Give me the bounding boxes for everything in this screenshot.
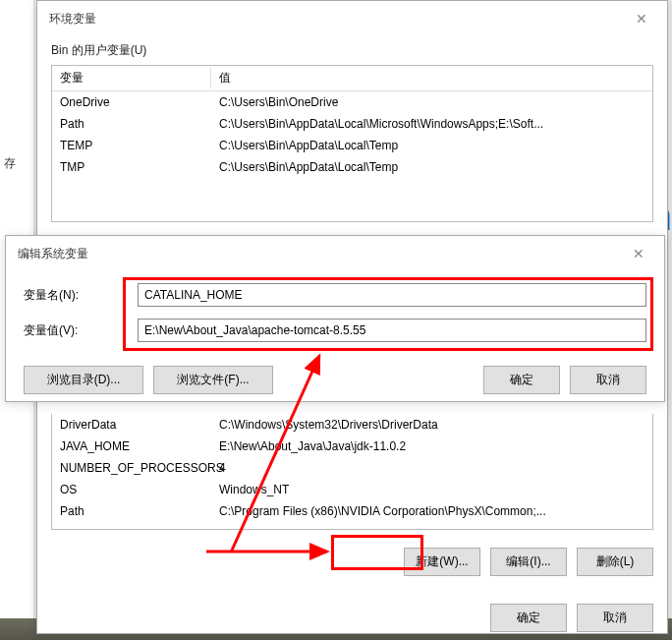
- table-row[interactable]: PathC:\Users\Bin\AppData\Local\Microsoft…: [52, 113, 652, 135]
- cell-val: C:\Windows\System32\Drivers\DriverData: [211, 414, 652, 436]
- ok-button[interactable]: 确定: [490, 604, 567, 632]
- cell-val: C:\Users\Bin\OneDrive: [211, 91, 652, 113]
- cell-var: DriverData: [52, 414, 211, 436]
- cell-val: C:\Users\Bin\AppData\Local\Temp: [211, 135, 652, 156]
- cell-var: OS: [52, 479, 211, 500]
- delete-button[interactable]: 删除(L): [577, 548, 653, 576]
- new-button[interactable]: 新建(W)...: [404, 548, 480, 576]
- var-value-input[interactable]: [138, 319, 646, 342]
- table-row[interactable]: PathC:\Program Files (x86)\NVIDIA Corpor…: [52, 500, 652, 522]
- edit-sys-var-dialog: 编辑系统变量 ✕ 变量名(N): 变量值(V): 浏览目录(D)... 浏览文件…: [5, 235, 665, 402]
- cell-var: JAVA_HOME: [52, 436, 211, 457]
- cell-val: 4: [211, 457, 652, 479]
- edit-cancel-button[interactable]: 取消: [570, 366, 646, 394]
- cell-var: Path: [52, 500, 211, 522]
- var-name-input[interactable]: [138, 283, 646, 307]
- cell-var: TMP: [52, 156, 211, 178]
- edit-ok-button[interactable]: 确定: [483, 366, 560, 394]
- browse-file-button[interactable]: 浏览文件(F)...: [153, 366, 273, 394]
- edit-button[interactable]: 编辑(I)...: [490, 548, 567, 576]
- edit-dialog-title: 编辑系统变量: [18, 246, 88, 262]
- cell-val: C:\Users\Bin\AppData\Local\Microsoft\Win…: [211, 113, 652, 135]
- cell-val: E:\New\About_Java\Java\jdk-11.0.2: [211, 436, 652, 457]
- var-name-label: 变量名(N):: [24, 287, 122, 304]
- var-value-row: 变量值(V):: [6, 313, 664, 348]
- table-row[interactable]: TMPC:\Users\Bin\AppData\Local\Temp: [52, 156, 652, 178]
- cell-val: C:\Users\Bin\AppData\Local\Temp: [211, 156, 652, 178]
- table-row[interactable]: DriverDataC:\Windows\System32\Drivers\Dr…: [52, 414, 652, 436]
- table-row[interactable]: OneDriveC:\Users\Bin\OneDrive: [52, 91, 652, 113]
- col-header-var[interactable]: 变量: [52, 66, 211, 90]
- table-row[interactable]: NUMBER_OF_PROCESSORS4: [52, 457, 652, 479]
- var-value-label: 变量值(V):: [24, 322, 122, 339]
- cell-var: Path: [52, 113, 211, 135]
- cell-var: OneDrive: [52, 91, 211, 113]
- edit-dialog-titlebar: 编辑系统变量 ✕: [6, 236, 664, 271]
- cell-val: C:\Program Files (x86)\NVIDIA Corporatio…: [211, 500, 652, 522]
- browse-dir-button[interactable]: 浏览目录(D)...: [24, 366, 143, 394]
- cell-var: NUMBER_OF_PROCESSORS: [52, 457, 211, 479]
- env-dialog-title: 环境变量: [49, 11, 96, 28]
- background-text-save: 存: [4, 155, 16, 172]
- user-vars-table[interactable]: 变量 值 OneDriveC:\Users\Bin\OneDrivePathC:…: [51, 65, 653, 222]
- edit-dialog-button-row: 浏览目录(D)... 浏览文件(F)... 确定 取消: [6, 348, 664, 406]
- table-header: 变量 值: [52, 66, 652, 91]
- table-row[interactable]: OSWindows_NT: [52, 479, 652, 500]
- close-icon[interactable]: ✕: [625, 244, 652, 263]
- user-vars-label: Bin 的用户变量(U): [37, 36, 667, 65]
- sys-vars-button-row: 新建(W)... 编辑(I)... 删除(L): [37, 540, 667, 588]
- var-name-row: 变量名(N):: [6, 277, 664, 313]
- table-row[interactable]: TEMPC:\Users\Bin\AppData\Local\Temp: [52, 135, 652, 156]
- close-icon[interactable]: ✕: [628, 9, 655, 29]
- col-header-val[interactable]: 值: [211, 66, 652, 90]
- cell-val: Windows_NT: [211, 479, 652, 500]
- cell-var: TEMP: [52, 135, 211, 156]
- env-dialog-footer: 确定 取消: [37, 588, 667, 640]
- env-dialog-titlebar: 环境变量 ✕: [37, 1, 667, 36]
- cancel-button[interactable]: 取消: [577, 604, 653, 632]
- sys-vars-table[interactable]: DriverDataC:\Windows\System32\Drivers\Dr…: [51, 414, 653, 530]
- table-row[interactable]: JAVA_HOMEE:\New\About_Java\Java\jdk-11.0…: [52, 436, 652, 457]
